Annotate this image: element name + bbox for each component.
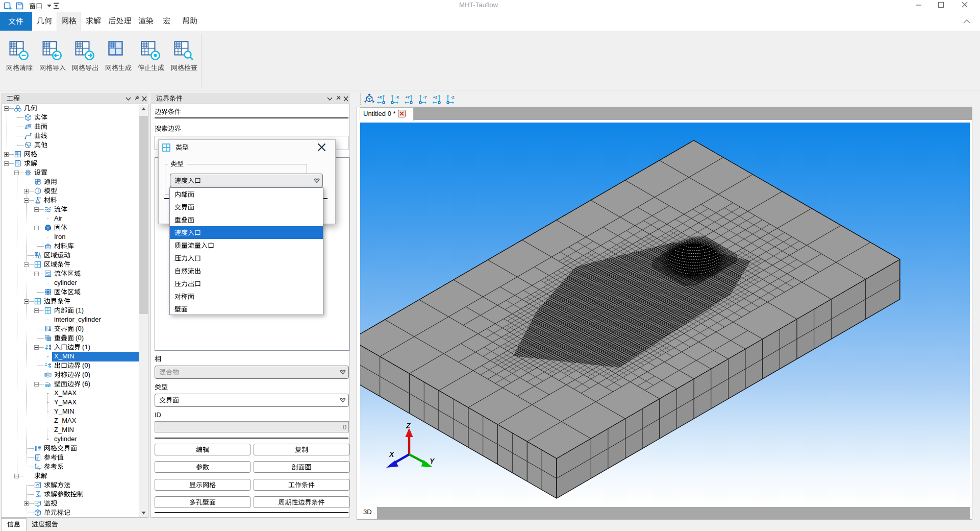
svg-text:Z: Z — [406, 422, 411, 430]
svg-text:X: X — [389, 450, 395, 458]
